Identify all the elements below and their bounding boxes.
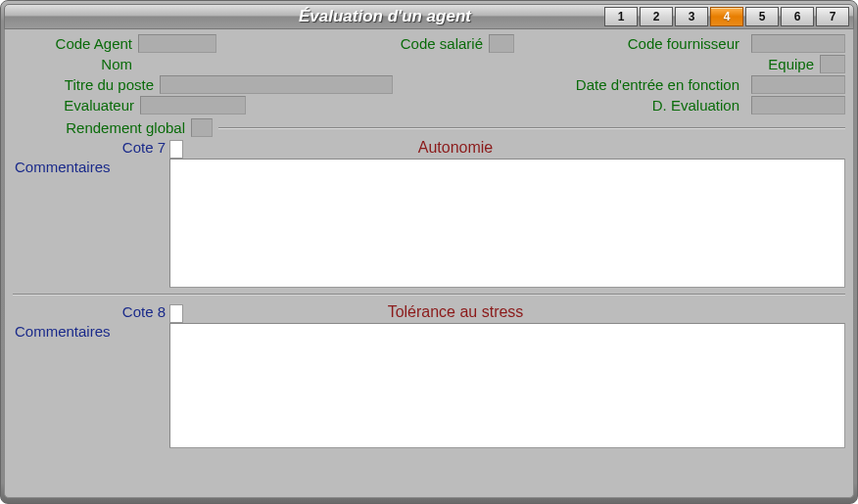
titlebar: Évaluation d'un agent 1 2 3 4 5 6 7 — [4, 4, 854, 29]
tab-4[interactable]: 4 — [710, 7, 743, 26]
window-title: Évaluation d'un agent — [299, 7, 471, 26]
label-date-entree: Date d'entrée en fonction — [576, 76, 745, 93]
tab-2[interactable]: 2 — [640, 7, 673, 26]
tab-5[interactable]: 5 — [745, 7, 779, 26]
page-tabs: 1 2 3 4 5 6 7 — [604, 7, 849, 26]
section-separator — [13, 294, 845, 296]
label-code-salarie: Code salarié — [381, 35, 489, 52]
tab-1[interactable]: 1 — [604, 7, 638, 26]
label-titre-poste: Titre du poste — [13, 76, 160, 93]
label-cote-8: Cote 8 — [13, 303, 169, 320]
label-cote-7: Cote 7 — [13, 139, 169, 156]
section-autonomie: Cote 7 Autonomie Commentaires — [13, 139, 845, 288]
input-equipe[interactable] — [820, 55, 845, 73]
label-nom: Nom — [13, 56, 138, 72]
input-date-entree[interactable] — [751, 75, 845, 94]
label-equipe: Equipe — [768, 56, 820, 72]
label-d-evaluation: D. Evaluation — [652, 97, 745, 114]
section-title-tolerance: Tolérance au stress — [183, 303, 845, 321]
label-rendement-global: Rendement global — [13, 119, 191, 136]
input-code-salarie[interactable] — [489, 34, 514, 53]
input-code-agent[interactable] — [138, 34, 216, 53]
input-cote-8[interactable] — [169, 304, 183, 323]
textarea-commentaires-7[interactable] — [169, 159, 845, 288]
label-commentaires-7: Commentaires — [13, 159, 169, 175]
row-codes: Code Agent Code salarié Code fournisseur — [13, 34, 845, 53]
evaluation-sections: Cote 7 Autonomie Commentaires Cote — [13, 139, 845, 448]
input-rendement-global[interactable] — [191, 118, 213, 137]
section-tolerance-stress: Cote 8 Tolérance au stress Commentaires — [13, 303, 845, 448]
input-titre-poste[interactable] — [160, 75, 393, 94]
label-evaluateur: Evaluateur — [13, 97, 140, 114]
row-rendement: Rendement global — [13, 118, 845, 137]
input-cote-7[interactable] — [169, 140, 183, 159]
input-evaluateur[interactable] — [140, 96, 246, 115]
label-code-agent: Code Agent — [13, 35, 138, 52]
textarea-commentaires-8[interactable] — [169, 323, 845, 448]
tab-6[interactable]: 6 — [781, 7, 814, 26]
tab-3[interactable]: 3 — [675, 7, 708, 26]
section-title-autonomie: Autonomie — [183, 139, 845, 157]
input-d-evaluation[interactable] — [751, 96, 845, 115]
form-body: Code Agent Code salarié Code fournisseur… — [4, 29, 854, 498]
tab-7[interactable]: 7 — [816, 7, 849, 26]
separator-line — [218, 127, 845, 129]
row-evaluateur: Evaluateur D. Evaluation — [13, 96, 845, 115]
label-commentaires-8: Commentaires — [13, 323, 169, 340]
label-code-fournisseur: Code fournisseur — [534, 35, 745, 52]
input-code-fournisseur[interactable] — [751, 34, 845, 53]
window-frame: Évaluation d'un agent 1 2 3 4 5 6 7 Code… — [0, 0, 858, 504]
row-titre: Titre du poste Date d'entrée en fonction — [13, 75, 845, 94]
row-nom: Nom Equipe — [13, 55, 845, 73]
